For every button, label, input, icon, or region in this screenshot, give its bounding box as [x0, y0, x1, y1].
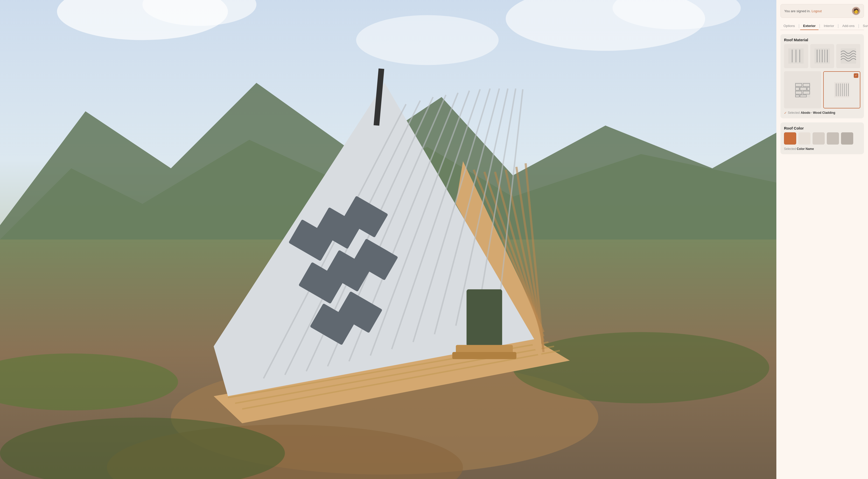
pattern-vertical-lines-icon: [788, 49, 804, 64]
material-grid-top: [784, 44, 860, 68]
svg-rect-49: [452, 352, 517, 359]
config-panel: You are signed in. Logout 🧑 Options | Ex…: [776, 0, 868, 479]
color-swatch-5[interactable]: [841, 132, 853, 145]
material-card-3[interactable]: [836, 44, 860, 68]
tab-exterior[interactable]: Exterior: [800, 22, 818, 30]
tab-bar: Options | Exterior | Interior | Add-ons …: [780, 22, 864, 30]
svg-rect-47: [467, 289, 502, 346]
svg-rect-61: [795, 82, 810, 97]
material-card-2[interactable]: [810, 44, 834, 68]
pattern-narrow-vertical-icon: [834, 82, 849, 97]
color-swatch-4[interactable]: [827, 132, 839, 145]
svg-rect-71: [834, 82, 849, 97]
tab-interior[interactable]: Interior: [820, 22, 837, 30]
tab-divider-2: |: [818, 24, 820, 28]
auth-text: You are signed in. Logout: [784, 9, 822, 13]
color-swatch-1[interactable]: [784, 132, 796, 145]
selected-check-badge: ✓: [854, 73, 858, 78]
color-swatch-2[interactable]: [798, 132, 810, 145]
roof-material-title: Roof Material: [784, 38, 860, 42]
roof-material-section: Roof Material: [780, 34, 864, 118]
user-avatar: 🧑: [852, 7, 860, 15]
color-selected-label: Selected Color Name: [784, 147, 860, 151]
pattern-wave-icon: [841, 49, 856, 64]
material-card-1[interactable]: [784, 44, 808, 68]
material-card-4[interactable]: [784, 71, 821, 108]
tab-divider-1: |: [798, 24, 800, 28]
scene-background: [0, 0, 776, 479]
pattern-brick-icon: [795, 82, 810, 97]
svg-point-3: [356, 15, 499, 65]
svg-point-12: [513, 332, 769, 404]
selected-check-icon: ✓: [784, 111, 787, 115]
logout-link[interactable]: Logout: [811, 9, 822, 13]
auth-bar: You are signed in. Logout 🧑: [780, 4, 864, 18]
color-swatches: [784, 132, 860, 145]
tab-addons[interactable]: Add-ons: [839, 22, 858, 30]
roof-color-title: Roof Color: [784, 126, 860, 130]
pattern-wide-vertical-icon: [814, 49, 830, 64]
material-grid-bottom: ✓: [784, 71, 860, 108]
tab-summary[interactable]: Summary: [860, 22, 868, 30]
material-card-5[interactable]: ✓: [823, 71, 860, 108]
tab-options[interactable]: Options: [780, 22, 798, 30]
color-swatch-3[interactable]: [812, 132, 825, 145]
3d-viewport: [0, 0, 776, 479]
tab-divider-4: |: [858, 24, 860, 28]
roof-color-section: Roof Color Selected Color Name: [780, 122, 864, 154]
tab-divider-3: |: [837, 24, 839, 28]
material-selected-label: ✓ Selected Abodo · Wood Cladding: [784, 111, 860, 115]
